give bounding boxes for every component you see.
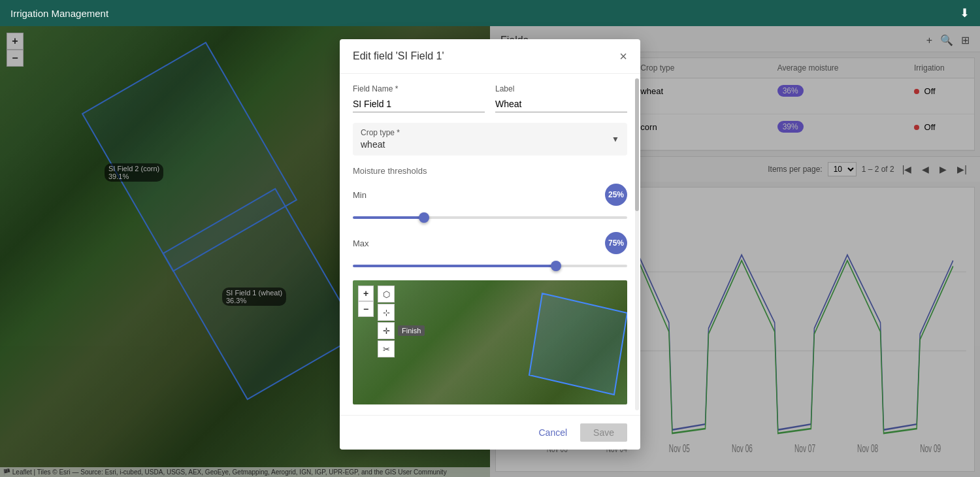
drag-tool-button[interactable]: ✛ Finish (378, 322, 395, 339)
download-icon[interactable]: ⬇ (960, 6, 970, 20)
svg-marker-11 (529, 293, 627, 395)
modal-close-button[interactable]: × (619, 50, 627, 63)
mini-zoom-out-button[interactable]: − (358, 301, 374, 317)
min-slider-group: Min 25% (353, 184, 627, 222)
finish-tooltip: Finish (398, 325, 425, 336)
crop-type-label: Crop type * (361, 128, 400, 137)
field-name-label: Field Name * (353, 84, 485, 93)
min-value-badge: 25% (605, 184, 627, 206)
cancel-button[interactable]: Cancel (531, 423, 575, 442)
modal-footer: Cancel Save (340, 415, 640, 450)
label-field-label: Label (495, 84, 627, 93)
field-name-group: Field Name * (353, 84, 485, 112)
draw-polygon-button[interactable]: ⬡ (378, 286, 395, 303)
modal-scroll-thumb (635, 78, 639, 211)
modal-header: Edit field 'SI Field 1' × (340, 39, 640, 74)
field-name-input[interactable] (353, 96, 485, 112)
app-header: Irrigation Management ⬇ (0, 0, 980, 26)
max-value-badge: 75% (605, 232, 627, 254)
edit-field-modal: Edit field 'SI Field 1' × Field Name * L… (340, 39, 640, 450)
mini-map-tools: ⬡ ⊹ ✛ Finish ✂ (378, 286, 395, 357)
crop-type-value: wheat (361, 139, 385, 150)
edit-vertices-button[interactable]: ⊹ (378, 304, 395, 321)
max-slider-group: Max 75% (353, 232, 627, 270)
label-group: Label (495, 84, 627, 112)
cut-tool-button[interactable]: ✂ (378, 340, 395, 357)
modal-body: Field Name * Label Crop type * wheat ▼ M… (340, 74, 640, 415)
app-title: Irrigation Management (10, 8, 108, 19)
crop-type-group[interactable]: Crop type * wheat ▼ (353, 123, 627, 156)
modal-title: Edit field 'SI Field 1' (353, 50, 444, 62)
mini-map: + − ⬡ ⊹ ✛ Finish ✂ (353, 280, 627, 404)
modal-scrollbar[interactable] (635, 78, 639, 410)
mini-map-controls: + − (358, 286, 374, 317)
chevron-down-icon: ▼ (612, 135, 619, 144)
moisture-section-title: Moisture thresholds (353, 166, 627, 176)
moisture-section: Moisture thresholds Min 25% Max 75% (353, 166, 627, 270)
max-moisture-slider[interactable] (353, 265, 627, 267)
modal-overlay: Edit field 'SI Field 1' × Field Name * L… (0, 26, 980, 477)
save-button[interactable]: Save (580, 423, 627, 442)
mini-zoom-in-button[interactable]: + (358, 286, 374, 301)
name-label-row: Field Name * Label (353, 84, 627, 112)
max-label: Max (353, 238, 369, 248)
label-input[interactable] (495, 96, 627, 112)
min-label: Min (353, 190, 367, 200)
min-moisture-slider[interactable] (353, 216, 627, 219)
